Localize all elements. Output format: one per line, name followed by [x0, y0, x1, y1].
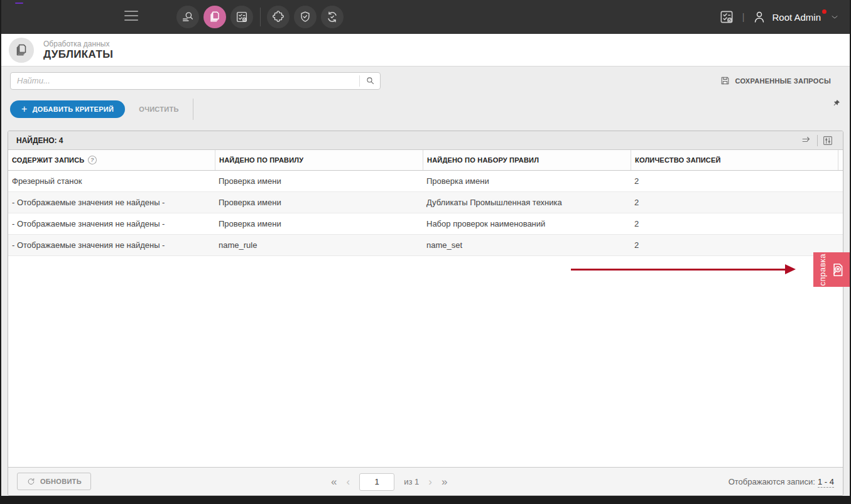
topbar-nav [176, 6, 348, 28]
criteria-divider [193, 99, 193, 120]
user-icon [752, 9, 767, 24]
plus-icon: + [21, 104, 28, 114]
cell-ruleset: Проверка имени [423, 176, 631, 186]
cell-count: 2 [631, 176, 843, 186]
topbar-right: | Root Admin [718, 0, 840, 34]
breadcrumb: Обработка данных [43, 40, 113, 48]
column-header-found-by-ruleset[interactable]: НАЙДЕНО ПО НАБОРУ ПРАВИЛ [423, 150, 631, 170]
checklist-icon[interactable] [230, 6, 253, 28]
found-count-label: НАЙДЕНО: 4 [13, 136, 63, 145]
search-records-icon[interactable] [176, 6, 199, 28]
records-range-link[interactable]: 1 - 4 [818, 477, 834, 488]
cell-rule: Проверка имени [215, 198, 423, 207]
help-doc-icon [829, 260, 845, 279]
records-label: Отображаются записи: [729, 477, 815, 486]
last-page-button[interactable]: » [442, 476, 447, 487]
page-number-input[interactable] [359, 473, 394, 491]
hamburger-menu-icon[interactable] [124, 11, 138, 21]
tasks-icon[interactable] [718, 9, 735, 25]
found-bar: НАЙДЕНО: 4 [8, 131, 843, 150]
search-box [10, 72, 381, 90]
chevron-down-icon [830, 12, 840, 22]
table-row[interactable]: Фрезерный станок Проверка имени Проверка… [8, 171, 843, 192]
saved-queries-button[interactable]: СОХРАНЕННЫЕ ЗАПРОСЫ [720, 75, 831, 86]
column-header-contains-record[interactable]: СОДЕРЖИТ ЗАПИСЬ ? [8, 150, 215, 170]
refresh-icon [26, 477, 36, 486]
window-bottom-edge [1, 496, 850, 504]
add-criterion-label: ДОБАВИТЬ КРИТЕРИЙ [33, 105, 114, 113]
cell-contains-record: Фрезерный станок [8, 176, 215, 186]
notification-dot [822, 9, 827, 14]
cell-rule: Проверка имени [215, 176, 423, 186]
search-input[interactable] [11, 73, 359, 89]
cell-ruleset: name_set [423, 240, 631, 250]
add-criterion-button[interactable]: + ДОБАВИТЬ КРИТЕРИЙ [10, 100, 125, 118]
annotation-arrow [571, 269, 786, 271]
first-page-button[interactable]: « [331, 476, 337, 487]
save-icon [720, 75, 730, 86]
search-button[interactable] [360, 73, 380, 89]
cell-contains-record: - Отображаемые значения не найдены - [8, 219, 215, 228]
topbar-right-divider: | [742, 12, 745, 22]
records-info: Отображаются записи:1 - 4 [729, 477, 834, 486]
duplicates-page-icon [9, 38, 34, 63]
table-header-gutter [838, 150, 843, 170]
pagination: « ‹ из 1 › » [331, 468, 447, 496]
page-title: ДУБЛИКАТЫ [43, 48, 113, 61]
table-row[interactable]: - Отображаемые значения не найдены - Про… [8, 192, 843, 213]
refresh-button[interactable]: ОБНОВИТЬ [17, 473, 91, 490]
pin-icon[interactable] [832, 99, 841, 110]
saved-queries-label: СОХРАНЕННЫЕ ЗАПРОСЫ [735, 77, 831, 85]
table-row[interactable]: - Отображаемые значения не найдены - nam… [8, 235, 843, 256]
refresh-label: ОБНОВИТЬ [40, 478, 82, 485]
cell-count: 2 [631, 219, 843, 228]
duplicates-icon[interactable] [203, 6, 226, 28]
column-header-found-by-rule[interactable]: НАЙДЕНО ПО ПРАВИЛУ [215, 150, 423, 170]
sync-icon[interactable] [321, 6, 344, 28]
table-header-row: СОДЕРЖИТ ЗАПИСЬ ? НАЙДЕНО ПО ПРАВИЛУ НАЙ… [8, 150, 843, 171]
user-name: Root Admin [772, 12, 821, 23]
topbar-divider [260, 8, 261, 26]
export-list-icon[interactable] [796, 134, 817, 146]
cell-ruleset: Набор проверок наименований [423, 219, 631, 228]
logo-dash [15, 3, 23, 4]
clear-button[interactable]: ОЧИСТИТЬ [139, 105, 179, 113]
cell-rule: name_rule [215, 240, 423, 250]
prev-page-button[interactable]: ‹ [346, 476, 350, 487]
user-menu[interactable]: Root Admin [752, 9, 840, 24]
table-footer: ОБНОВИТЬ « ‹ из 1 › » Отображаются запис… [8, 467, 843, 495]
table-empty-area [8, 256, 843, 467]
help-tab-label: справка [818, 254, 827, 286]
criteria-row: + ДОБАВИТЬ КРИТЕРИЙ ОЧИСТИТЬ [1, 95, 850, 124]
cell-rule: Проверка имени [215, 219, 423, 228]
search-row: СОХРАНЕННЫЕ ЗАПРОСЫ [1, 67, 850, 95]
cell-ruleset: Дубликаты Промышленная техника [423, 198, 631, 207]
cell-count: 2 [631, 240, 843, 250]
topbar: | Root Admin [1, 0, 850, 34]
page-of-label: из 1 [404, 477, 419, 486]
app-window: | Root Admin Обработка данных ДУБЛИКАТЫ [0, 0, 851, 504]
column-header-record-count[interactable]: КОЛИЧЕСТВО ЗАПИСЕЙ [631, 150, 838, 170]
cell-contains-record: - Отображаемые значения не найдены - [8, 240, 215, 250]
security-shield-icon[interactable] [294, 6, 317, 28]
integrations-puzzle-icon[interactable] [267, 6, 290, 28]
next-page-button[interactable]: › [428, 476, 432, 487]
results-panel: НАЙДЕНО: 4 СОДЕРЖИТ ЗАПИСЬ ? НАЙДЕНО ПО … [8, 131, 843, 496]
cell-contains-record: - Отображаемые значения не найдены - [8, 198, 215, 207]
search-icon [365, 75, 376, 86]
help-icon[interactable]: ? [88, 155, 98, 165]
help-tab[interactable]: справка [813, 252, 850, 287]
column-settings-icon[interactable] [818, 135, 838, 146]
table-row[interactable]: - Отображаемые значения не найдены - Про… [8, 213, 843, 235]
cell-count: 2 [631, 198, 843, 207]
page-header: Обработка данных ДУБЛИКАТЫ [1, 34, 850, 67]
annotation-arrow-head [785, 264, 796, 274]
